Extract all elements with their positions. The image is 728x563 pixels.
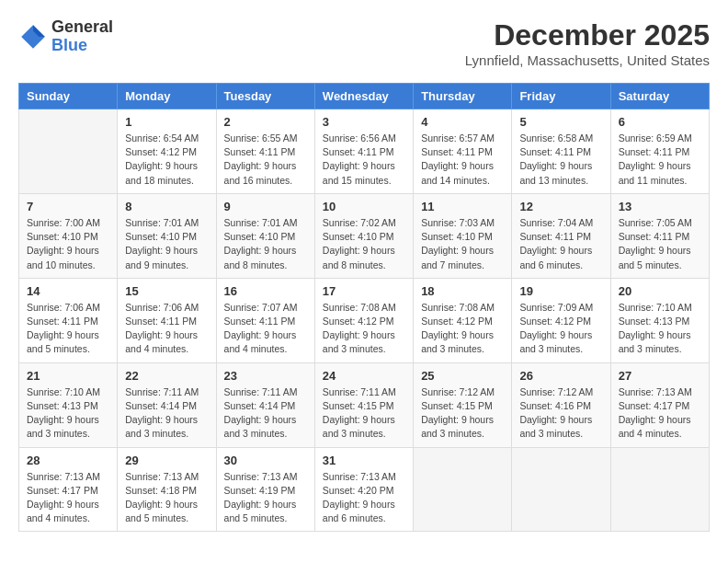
day-info: Sunrise: 7:11 AM Sunset: 4:14 PM Dayligh… [224, 385, 307, 442]
calendar-day-cell: 8Sunrise: 7:01 AM Sunset: 4:10 PM Daylig… [118, 193, 216, 278]
day-number: 25 [421, 369, 504, 383]
day-info: Sunrise: 6:55 AM Sunset: 4:11 PM Dayligh… [224, 132, 307, 188]
day-number: 2 [224, 115, 307, 129]
day-info: Sunrise: 7:13 AM Sunset: 4:20 PM Dayligh… [323, 470, 405, 526]
calendar-day-cell [610, 447, 709, 532]
calendar-day-cell: 25Sunrise: 7:12 AM Sunset: 4:15 PM Dayli… [414, 362, 512, 447]
calendar-week-row: 21Sunrise: 7:10 AM Sunset: 4:13 PM Dayli… [19, 362, 710, 447]
day-number: 24 [323, 369, 405, 383]
day-info: Sunrise: 7:08 AM Sunset: 4:12 PM Dayligh… [323, 301, 405, 357]
calendar-day-cell: 17Sunrise: 7:08 AM Sunset: 4:12 PM Dayli… [314, 278, 413, 362]
day-number: 19 [519, 284, 602, 298]
day-info: Sunrise: 7:07 AM Sunset: 4:11 PM Dayligh… [224, 301, 307, 357]
calendar-week-row: 1Sunrise: 6:54 AM Sunset: 4:12 PM Daylig… [19, 109, 710, 194]
day-number: 10 [323, 200, 405, 213]
calendar-day-cell: 24Sunrise: 7:11 AM Sunset: 4:15 PM Dayli… [314, 362, 413, 447]
calendar-day-cell: 5Sunrise: 6:58 AM Sunset: 4:11 PM Daylig… [512, 109, 610, 194]
day-info: Sunrise: 6:54 AM Sunset: 4:12 PM Dayligh… [125, 132, 208, 188]
calendar-day-cell: 4Sunrise: 6:57 AM Sunset: 4:11 PM Daylig… [414, 109, 512, 194]
day-info: Sunrise: 7:11 AM Sunset: 4:14 PM Dayligh… [125, 385, 208, 442]
calendar-day-cell: 11Sunrise: 7:03 AM Sunset: 4:10 PM Dayli… [414, 193, 512, 278]
calendar-day-cell: 12Sunrise: 7:04 AM Sunset: 4:11 PM Dayli… [512, 193, 610, 278]
calendar-week-row: 14Sunrise: 7:06 AM Sunset: 4:11 PM Dayli… [19, 278, 710, 362]
calendar-day-cell: 21Sunrise: 7:10 AM Sunset: 4:13 PM Dayli… [19, 362, 118, 447]
day-number: 1 [125, 115, 208, 129]
calendar-day-cell: 1Sunrise: 6:54 AM Sunset: 4:12 PM Daylig… [118, 109, 216, 194]
title-block: December 2025 Lynnfield, Massachusetts, … [465, 18, 710, 68]
calendar-day-cell: 29Sunrise: 7:13 AM Sunset: 4:18 PM Dayli… [118, 447, 216, 532]
weekday-header: Friday [512, 84, 610, 109]
weekday-header: Thursday [414, 84, 512, 109]
day-number: 21 [27, 369, 109, 383]
calendar-day-cell: 31Sunrise: 7:13 AM Sunset: 4:20 PM Dayli… [314, 447, 413, 532]
weekday-header: Saturday [610, 84, 709, 109]
day-info: Sunrise: 7:04 AM Sunset: 4:11 PM Dayligh… [519, 216, 602, 272]
day-info: Sunrise: 7:13 AM Sunset: 4:17 PM Dayligh… [619, 385, 701, 442]
day-number: 28 [27, 454, 109, 467]
page-header: General Blue December 2025 Lynnfield, Ma… [18, 18, 710, 68]
day-number: 8 [125, 200, 208, 213]
day-info: Sunrise: 7:00 AM Sunset: 4:10 PM Dayligh… [27, 216, 109, 272]
day-info: Sunrise: 7:12 AM Sunset: 4:16 PM Dayligh… [519, 385, 602, 442]
calendar-week-row: 28Sunrise: 7:13 AM Sunset: 4:17 PM Dayli… [19, 447, 710, 532]
calendar-day-cell [512, 447, 610, 532]
day-number: 23 [224, 369, 307, 383]
day-info: Sunrise: 7:06 AM Sunset: 4:11 PM Dayligh… [125, 301, 208, 357]
calendar-table: SundayMondayTuesdayWednesdayThursdayFrid… [18, 83, 710, 532]
day-number: 27 [619, 369, 701, 383]
calendar-header-row: SundayMondayTuesdayWednesdayThursdayFrid… [19, 84, 710, 109]
calendar-day-cell: 10Sunrise: 7:02 AM Sunset: 4:10 PM Dayli… [314, 193, 413, 278]
day-info: Sunrise: 6:57 AM Sunset: 4:11 PM Dayligh… [421, 132, 504, 188]
day-number: 3 [323, 115, 405, 129]
weekday-header: Monday [118, 84, 216, 109]
day-info: Sunrise: 7:02 AM Sunset: 4:10 PM Dayligh… [323, 216, 405, 272]
calendar-day-cell: 6Sunrise: 6:59 AM Sunset: 4:11 PM Daylig… [610, 109, 709, 194]
calendar-day-cell: 18Sunrise: 7:08 AM Sunset: 4:12 PM Dayli… [414, 278, 512, 362]
day-info: Sunrise: 7:10 AM Sunset: 4:13 PM Dayligh… [619, 301, 701, 357]
calendar-day-cell: 28Sunrise: 7:13 AM Sunset: 4:17 PM Dayli… [19, 447, 118, 532]
day-info: Sunrise: 7:13 AM Sunset: 4:19 PM Dayligh… [224, 470, 307, 526]
day-info: Sunrise: 7:06 AM Sunset: 4:11 PM Dayligh… [27, 301, 109, 357]
day-number: 11 [421, 200, 504, 213]
day-number: 31 [323, 454, 405, 467]
day-info: Sunrise: 7:12 AM Sunset: 4:15 PM Dayligh… [421, 385, 504, 442]
day-info: Sunrise: 6:59 AM Sunset: 4:11 PM Dayligh… [619, 132, 701, 188]
weekday-header: Wednesday [314, 84, 413, 109]
calendar-day-cell [414, 447, 512, 532]
calendar-day-cell: 20Sunrise: 7:10 AM Sunset: 4:13 PM Dayli… [610, 278, 709, 362]
logo-text: General Blue [51, 18, 113, 55]
day-number: 22 [125, 369, 208, 383]
calendar-day-cell: 30Sunrise: 7:13 AM Sunset: 4:19 PM Dayli… [216, 447, 314, 532]
calendar-day-cell [19, 109, 118, 194]
day-number: 30 [224, 454, 307, 467]
day-info: Sunrise: 6:58 AM Sunset: 4:11 PM Dayligh… [519, 132, 602, 188]
calendar-week-row: 7Sunrise: 7:00 AM Sunset: 4:10 PM Daylig… [19, 193, 710, 278]
day-info: Sunrise: 7:08 AM Sunset: 4:12 PM Dayligh… [421, 301, 504, 357]
day-number: 6 [619, 115, 701, 129]
weekday-header: Sunday [19, 84, 118, 109]
day-info: Sunrise: 7:03 AM Sunset: 4:10 PM Dayligh… [421, 216, 504, 272]
day-info: Sunrise: 7:10 AM Sunset: 4:13 PM Dayligh… [27, 385, 109, 442]
day-number: 5 [519, 115, 602, 129]
calendar-day-cell: 16Sunrise: 7:07 AM Sunset: 4:11 PM Dayli… [216, 278, 314, 362]
day-number: 15 [125, 284, 208, 298]
day-number: 17 [323, 284, 405, 298]
day-info: Sunrise: 7:11 AM Sunset: 4:15 PM Dayligh… [323, 385, 405, 442]
day-number: 16 [224, 284, 307, 298]
day-number: 26 [519, 369, 602, 383]
day-number: 18 [421, 284, 504, 298]
day-info: Sunrise: 7:01 AM Sunset: 4:10 PM Dayligh… [224, 216, 307, 272]
day-number: 12 [519, 200, 602, 213]
calendar-day-cell: 19Sunrise: 7:09 AM Sunset: 4:12 PM Dayli… [512, 278, 610, 362]
calendar-day-cell: 15Sunrise: 7:06 AM Sunset: 4:11 PM Dayli… [118, 278, 216, 362]
calendar-day-cell: 26Sunrise: 7:12 AM Sunset: 4:16 PM Dayli… [512, 362, 610, 447]
day-info: Sunrise: 7:13 AM Sunset: 4:18 PM Dayligh… [125, 470, 208, 526]
month-title: December 2025 [465, 18, 710, 52]
calendar-day-cell: 27Sunrise: 7:13 AM Sunset: 4:17 PM Dayli… [610, 362, 709, 447]
day-info: Sunrise: 6:56 AM Sunset: 4:11 PM Dayligh… [323, 132, 405, 188]
weekday-header: Tuesday [216, 84, 314, 109]
calendar-day-cell: 3Sunrise: 6:56 AM Sunset: 4:11 PM Daylig… [314, 109, 413, 194]
calendar-day-cell: 7Sunrise: 7:00 AM Sunset: 4:10 PM Daylig… [19, 193, 118, 278]
calendar-day-cell: 22Sunrise: 7:11 AM Sunset: 4:14 PM Dayli… [118, 362, 216, 447]
calendar-day-cell: 14Sunrise: 7:06 AM Sunset: 4:11 PM Dayli… [19, 278, 118, 362]
